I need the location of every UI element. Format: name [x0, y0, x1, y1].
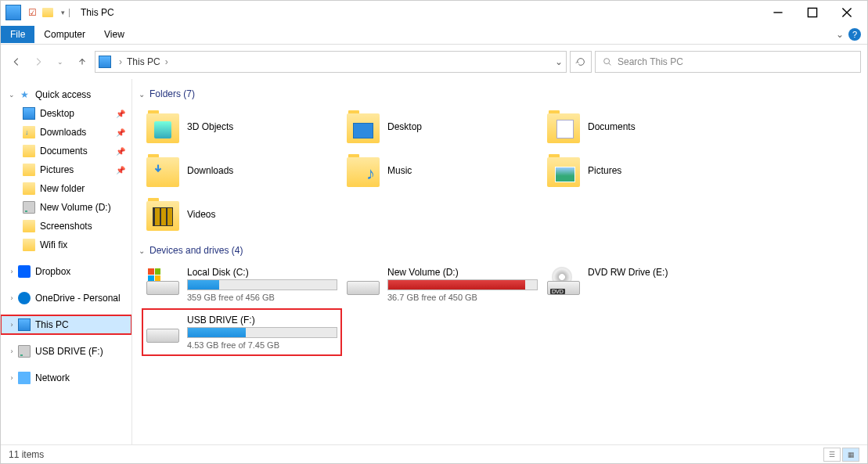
- drive-new-volume-d[interactable]: New Volume (D:)36.7 GB free of 450 GB: [344, 262, 541, 307]
- folder-music[interactable]: ♪Music: [344, 149, 541, 192]
- chevron-down-icon: ⌄: [139, 90, 145, 99]
- refresh-button[interactable]: [570, 51, 592, 73]
- up-button[interactable]: [73, 52, 92, 71]
- minimize-button[interactable]: [761, 1, 795, 24]
- folder-label: Downloads: [187, 165, 233, 176]
- folder-icon: [23, 145, 35, 157]
- folder-icon: ↓: [23, 126, 35, 138]
- tab-computer[interactable]: Computer: [34, 26, 95, 43]
- folder-downloads[interactable]: Downloads: [143, 149, 340, 192]
- drive-dvd-e[interactable]: DVD DVD RW Drive (E:): [544, 262, 741, 307]
- pin-icon: 📌: [116, 110, 131, 118]
- drive-icon: [347, 267, 380, 295]
- nav-documents[interactable]: Documents📌: [1, 142, 131, 160]
- chevron-right-icon[interactable]: ›: [7, 268, 16, 275]
- drives-grid: Local Disk (C:)359 GB free of 456 GB New…: [139, 262, 861, 354]
- nav-label: Pictures: [40, 164, 114, 175]
- nav-onedrive[interactable]: ›OneDrive - Personal: [1, 289, 131, 308]
- drive-local-c[interactable]: Local Disk (C:)359 GB free of 456 GB: [143, 262, 340, 307]
- address-bar: ⌄ › This PC › ⌄ Search This PC: [1, 45, 867, 79]
- tab-file[interactable]: File: [1, 26, 34, 43]
- nav-desktop[interactable]: Desktop📌: [1, 104, 131, 123]
- ribbon: File Computer View ⌄ ?: [1, 24, 867, 45]
- qat-newfolder-icon[interactable]: [41, 5, 57, 20]
- nav-label: Downloads: [40, 127, 114, 138]
- drive-icon: [146, 315, 179, 343]
- navigation-pane: ⌄ ★ Quick access Desktop📌 ↓Downloads📌 Do…: [1, 79, 132, 444]
- chevron-down-icon[interactable]: ⌄: [7, 91, 16, 99]
- nav-label: Quick access: [35, 89, 131, 100]
- chevron-right-icon[interactable]: ›: [7, 374, 16, 382]
- drive-icon: [18, 345, 31, 358]
- drive-icon: [146, 267, 179, 295]
- maximize-button[interactable]: [795, 1, 830, 24]
- capacity-bar: [187, 279, 337, 290]
- nav-label: Desktop: [40, 108, 114, 119]
- drive-free: 359 GB free of 456 GB: [187, 293, 337, 302]
- recent-button[interactable]: ⌄: [51, 52, 70, 71]
- star-icon: ★: [18, 88, 31, 101]
- ribbon-expand-icon[interactable]: ⌄: [831, 29, 848, 40]
- drive-usb-f[interactable]: USB DRIVE (F:)4.53 GB free of 7.45 GB: [143, 310, 340, 354]
- qat-properties-icon[interactable]: ☑: [24, 5, 40, 20]
- group-drives-header[interactable]: ⌄ Devices and drives (4): [139, 242, 861, 262]
- folder-desktop[interactable]: Desktop: [344, 106, 541, 148]
- folder-icon: [23, 239, 35, 251]
- nav-label: New folder: [40, 183, 131, 194]
- pc-icon: [7, 5, 23, 20]
- search-placeholder: Search This PC: [618, 56, 683, 67]
- nav-quick-access[interactable]: ⌄ ★ Quick access: [1, 85, 131, 104]
- nav-this-pc[interactable]: ›This PC: [1, 315, 131, 334]
- view-details-button[interactable]: ☰: [823, 448, 841, 462]
- nav-dropbox[interactable]: ›Dropbox: [1, 262, 131, 281]
- network-icon: [18, 372, 31, 384]
- folder-documents[interactable]: Documents: [544, 106, 741, 148]
- nav-wifi-fix[interactable]: Wifi fix: [1, 236, 131, 254]
- nav-label: Dropbox: [35, 266, 131, 277]
- help-icon[interactable]: ?: [848, 28, 861, 41]
- drive-free: 36.7 GB free of 450 GB: [387, 293, 538, 302]
- nav-usb-drive[interactable]: ›USB DRIVE (F:): [1, 342, 131, 361]
- folder-videos[interactable]: Videos: [143, 193, 340, 236]
- view-tiles-button[interactable]: ▦: [842, 448, 859, 462]
- chevron-right-icon[interactable]: ›: [7, 294, 16, 302]
- nav-label: New Volume (D:): [40, 202, 131, 213]
- chevron-right-icon[interactable]: ›: [7, 347, 16, 355]
- group-title: Devices and drives (4): [149, 245, 243, 256]
- chevron-right-icon[interactable]: ›: [7, 321, 16, 329]
- address-input[interactable]: › This PC › ⌄: [95, 51, 567, 73]
- chevron-down-icon: ⌄: [139, 246, 145, 255]
- nav-label: USB DRIVE (F:): [35, 346, 131, 357]
- nav-label: This PC: [35, 319, 131, 330]
- qat-dropdown-icon[interactable]: ▾ │: [59, 5, 74, 20]
- close-button[interactable]: [830, 1, 864, 24]
- tab-view[interactable]: View: [95, 26, 134, 43]
- nav-new-volume[interactable]: New Volume (D:): [1, 198, 131, 217]
- folder-icon: [23, 164, 35, 176]
- drive-label: DVD RW Drive (E:): [588, 267, 738, 279]
- quick-access-toolbar: ☑ ▾ │: [4, 5, 74, 20]
- drive-label: New Volume (D:): [387, 267, 538, 279]
- folder-icon: [23, 220, 35, 232]
- breadcrumb-sep[interactable]: ›: [119, 56, 122, 67]
- folder-pictures[interactable]: Pictures: [544, 149, 741, 192]
- back-button[interactable]: [7, 52, 26, 71]
- pin-icon: 📌: [116, 166, 131, 174]
- folder-icon: [146, 154, 179, 187]
- breadcrumb[interactable]: This PC: [127, 56, 160, 67]
- folder-3d-objects[interactable]: 3D Objects: [143, 106, 340, 148]
- nav-label: OneDrive - Personal: [35, 293, 131, 304]
- group-folders-header[interactable]: ⌄ Folders (7): [139, 85, 861, 106]
- nav-screenshots[interactable]: Screenshots: [1, 217, 131, 236]
- search-icon: [602, 56, 613, 67]
- breadcrumb-sep[interactable]: ›: [165, 56, 168, 67]
- search-input[interactable]: Search This PC: [595, 51, 861, 73]
- nav-new-folder[interactable]: New folder: [1, 179, 131, 198]
- nav-pictures[interactable]: Pictures📌: [1, 160, 131, 179]
- forward-button[interactable]: [29, 52, 48, 71]
- address-dropdown-icon[interactable]: ⌄: [555, 56, 563, 67]
- nav-downloads[interactable]: ↓Downloads📌: [1, 123, 131, 142]
- nav-network[interactable]: ›Network: [1, 369, 131, 387]
- folder-icon: [547, 154, 580, 187]
- folder-icon: ♪: [347, 154, 380, 187]
